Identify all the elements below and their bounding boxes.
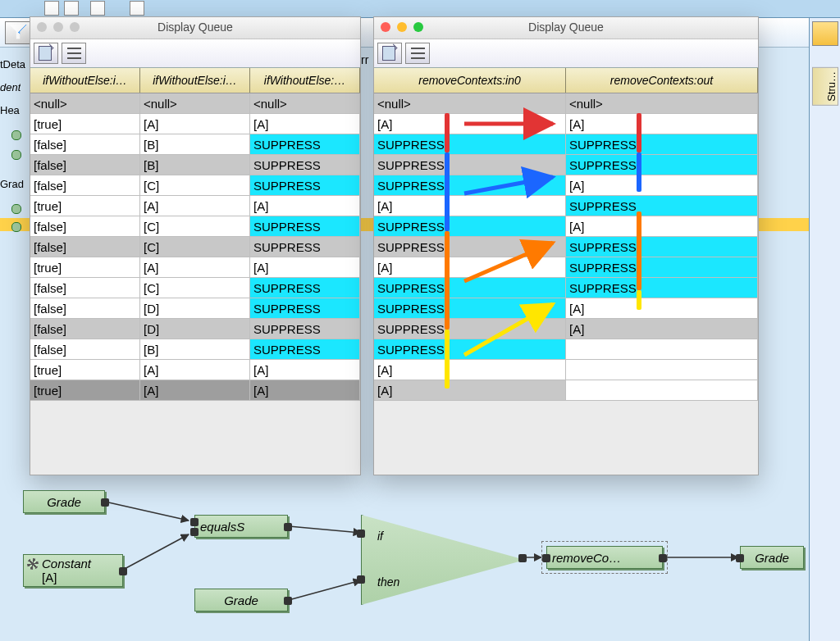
port-out[interactable] bbox=[659, 554, 667, 562]
grid-body: <null><null>[A][A]SUPPRESSSUPPRESSSUPPRE… bbox=[374, 93, 758, 401]
tree-bullet-icon bbox=[11, 150, 21, 160]
table-row[interactable]: [A]SUPPRESS bbox=[374, 257, 758, 278]
node-grade-source[interactable]: Grade bbox=[23, 490, 105, 513]
port-in[interactable] bbox=[357, 575, 365, 584]
port-in[interactable] bbox=[542, 554, 550, 562]
table-row[interactable]: SUPPRESSSUPPRESS bbox=[374, 134, 758, 155]
doc-button[interactable] bbox=[34, 43, 58, 64]
table-cell: [A] bbox=[566, 114, 758, 134]
port-out[interactable] bbox=[119, 567, 127, 575]
table-row[interactable]: [false][B]SUPPRESS bbox=[30, 155, 360, 175]
frag: Grad bbox=[0, 178, 24, 190]
filter-button[interactable] bbox=[5, 21, 33, 44]
table-cell: [C] bbox=[140, 278, 250, 298]
top-small-btn[interactable] bbox=[44, 1, 59, 16]
table-row[interactable]: SUPPRESS[A] bbox=[374, 175, 758, 196]
table-row[interactable]: [A]SUPPRESS bbox=[374, 196, 758, 216]
table-row[interactable]: SUPPRESSSUPPRESS bbox=[374, 237, 758, 257]
table-row[interactable]: [false][B]SUPPRESS bbox=[30, 134, 360, 155]
column-header[interactable]: ifWithoutElse:i… bbox=[140, 68, 250, 93]
table-row[interactable]: [false][D]SUPPRESS bbox=[30, 319, 360, 339]
color-stripe bbox=[637, 290, 641, 310]
table-row[interactable]: SUPPRESS bbox=[374, 339, 758, 360]
node-grade-mid[interactable]: Grade bbox=[194, 589, 288, 611]
top-small-btn[interactable] bbox=[64, 1, 79, 16]
table-row[interactable]: [true][A][A] bbox=[30, 360, 360, 380]
top-small-btn[interactable] bbox=[90, 1, 105, 16]
table-row[interactable]: [true][A][A] bbox=[30, 114, 360, 134]
doc-button[interactable] bbox=[377, 43, 402, 64]
node-constant[interactable]: Constant [A] bbox=[23, 554, 123, 587]
table-row[interactable]: [true][A][A] bbox=[30, 257, 360, 278]
node-equalsS[interactable]: equalsS bbox=[194, 515, 288, 538]
node-removeContexts[interactable]: removeCo… bbox=[546, 546, 663, 569]
grid-header: ifWithoutElse:i…ifWithoutElse:i…ifWithou… bbox=[30, 68, 360, 93]
top-small-btn[interactable] bbox=[130, 1, 144, 16]
table-row[interactable]: SUPPRESS[A] bbox=[374, 216, 758, 237]
table-cell: [B] bbox=[140, 134, 250, 154]
table-row[interactable]: [A][A] bbox=[374, 114, 758, 134]
list-button[interactable] bbox=[62, 43, 86, 64]
color-stripe bbox=[637, 211, 641, 290]
if-label: if bbox=[377, 530, 383, 543]
table-cell: SUPPRESS bbox=[566, 134, 758, 154]
column-header[interactable]: removeContexts:out bbox=[566, 68, 758, 93]
table-row[interactable]: [true][A][A] bbox=[30, 196, 360, 216]
port-in[interactable] bbox=[190, 518, 199, 526]
table-cell: <null> bbox=[140, 93, 250, 113]
table-cell bbox=[566, 380, 758, 400]
port-in[interactable] bbox=[190, 528, 199, 536]
column-header[interactable]: ifWithoutElse:i… bbox=[30, 68, 140, 93]
column-header[interactable]: ifWithoutElse:… bbox=[250, 68, 360, 93]
display-queue-window-right[interactable]: Display Queue removeContexts:in0removeCo… bbox=[373, 16, 759, 475]
table-cell: [false] bbox=[30, 155, 140, 175]
table-row[interactable]: SUPPRESSSUPPRESS bbox=[374, 278, 758, 298]
port-out[interactable] bbox=[284, 597, 292, 605]
table-row[interactable]: [false][C]SUPPRESS bbox=[30, 278, 360, 298]
tree-bullet-icon bbox=[11, 204, 21, 214]
table-cell: SUPPRESS bbox=[374, 319, 566, 339]
table-row[interactable]: <null><null> bbox=[374, 93, 758, 114]
table-cell: SUPPRESS bbox=[374, 278, 566, 298]
table-row[interactable]: [false][C]SUPPRESS bbox=[30, 216, 360, 237]
table-cell: SUPPRESS bbox=[566, 196, 758, 216]
table-row[interactable]: [false][B]SUPPRESS bbox=[30, 339, 360, 360]
table-row[interactable]: [false][C]SUPPRESS bbox=[30, 175, 360, 196]
table-cell: [C] bbox=[140, 216, 250, 236]
mapping-graph[interactable]: Grade Constant [A] equalsS Grade if then… bbox=[0, 475, 809, 639]
tree-bullet-icon bbox=[11, 222, 21, 232]
table-row[interactable]: <null><null><null> bbox=[30, 93, 360, 114]
table-cell: [A] bbox=[140, 360, 250, 380]
table-cell bbox=[566, 339, 758, 359]
node-if-then[interactable] bbox=[361, 515, 525, 605]
node-grade-target[interactable]: Grade bbox=[740, 546, 804, 569]
right-tree-button[interactable] bbox=[812, 21, 838, 46]
column-header[interactable]: removeContexts:in0 bbox=[374, 68, 566, 93]
port-out[interactable] bbox=[101, 498, 109, 507]
table-row[interactable]: [A] bbox=[374, 360, 758, 380]
table-cell: [true] bbox=[30, 360, 140, 380]
table-row[interactable]: [false][C]SUPPRESS bbox=[30, 237, 360, 257]
table-cell: [false] bbox=[30, 278, 140, 298]
color-stripe bbox=[445, 231, 450, 330]
list-button[interactable] bbox=[405, 43, 430, 64]
window-toolbar bbox=[374, 39, 758, 68]
color-stripe bbox=[637, 152, 641, 192]
table-row[interactable]: SUPPRESS[A] bbox=[374, 319, 758, 339]
table-row[interactable]: SUPPRESS[A] bbox=[374, 298, 758, 319]
display-queue-window-left[interactable]: Display Queue ifWithoutElse:i…ifWithoutE… bbox=[30, 16, 361, 475]
table-cell: [A] bbox=[250, 257, 360, 277]
port-in[interactable] bbox=[736, 554, 744, 562]
table-cell: [false] bbox=[30, 134, 140, 154]
port-out[interactable] bbox=[518, 554, 527, 562]
table-row[interactable]: [A] bbox=[374, 380, 758, 401]
port-in[interactable] bbox=[357, 530, 365, 538]
tree-bullet-icon bbox=[11, 130, 21, 140]
table-cell: [true] bbox=[30, 114, 140, 134]
table-row[interactable]: SUPPRESSSUPPRESS bbox=[374, 155, 758, 175]
table-cell: SUPPRESS bbox=[374, 339, 566, 359]
port-out[interactable] bbox=[284, 523, 292, 531]
table-row[interactable]: [true][A][A] bbox=[30, 380, 360, 401]
right-vertical-tab[interactable]: Stru… bbox=[812, 67, 838, 106]
table-row[interactable]: [false][D]SUPPRESS bbox=[30, 298, 360, 319]
